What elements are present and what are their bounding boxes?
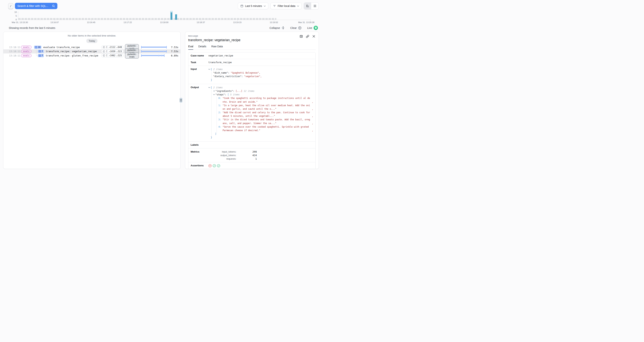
x-tick: 13:18:00: [160, 21, 168, 24]
timeline-plot[interactable]: 10 5 0: [18, 11, 310, 20]
input-label: Input: [191, 68, 208, 82]
list-view-button[interactable]: [311, 2, 318, 9]
duration-text: 6.89s: [167, 54, 178, 57]
assertions-row: Assertions: [188, 162, 316, 169]
link-icon[interactable]: [306, 35, 309, 38]
detail-tabs: Eval Details Raw Data: [188, 45, 316, 50]
panel-resize-handle[interactable]: [180, 98, 182, 103]
step-text: "Stir in the diced tomatoes and tomato p…: [222, 118, 310, 125]
json-key: "ingredients": [216, 90, 233, 92]
item-count: 2 items: [213, 68, 223, 70]
trace-time: 13:18:11: [9, 46, 18, 48]
tab-raw-data[interactable]: Raw Data: [211, 45, 223, 50]
clear-button[interactable]: Clear: [290, 26, 302, 30]
plus-square-icon: [39, 50, 41, 52]
time-range-dropdown[interactable]: Last 5 minutes: [238, 2, 268, 9]
duration-bar: [141, 46, 167, 48]
assertions-label: Assertions: [191, 164, 208, 168]
x-tick: 13:17:22: [124, 21, 132, 24]
assertion-pass-icon[interactable]: [217, 164, 220, 168]
chevron-down-icon[interactable]: [208, 68, 210, 70]
tree-view-button[interactable]: [304, 2, 311, 9]
step-item: 0: "Cook the spaghetti according to pack…: [208, 96, 313, 104]
chevron-right-icon[interactable]: [213, 90, 215, 92]
collapse-label: Collapse: [270, 26, 280, 30]
task-label: Task: [191, 61, 208, 64]
x-tick: 13:16:07: [50, 21, 59, 24]
records-timeline-chart[interactable]: 10 5 0 Mar 31. 13:15:30 13:16:07 13:16:4…: [0, 11, 322, 24]
metric-key: output_tokens:: [208, 154, 236, 157]
step-item: 2: "Add the diced carrot and celery to t…: [208, 111, 313, 118]
y-tick-0: 0: [16, 19, 17, 21]
close-icon[interactable]: [312, 35, 315, 38]
case-name-row: Case name vegetarian_recipe: [188, 52, 316, 59]
live-toggle[interactable]: Live: [307, 26, 318, 30]
collapsed-array[interactable]: [...]: [236, 90, 242, 92]
step-text: "Add the diced carrot and celery to the …: [222, 111, 310, 118]
timeline-bar-1[interactable]: [170, 12, 172, 20]
collapse-span-chip[interactable]: 16: [34, 46, 41, 49]
step-item: 4: "Serve the sauce over the cooked spag…: [208, 125, 313, 132]
json-key: "steps": [216, 93, 225, 96]
chevron-down-icon: [264, 6, 266, 7]
item-count: 12 items: [244, 90, 254, 92]
y-tick-5: 5: [16, 15, 17, 17]
filter-label: Filter local data: [278, 4, 295, 8]
step-item: 1: "In a large pan, heat the olive oil o…: [208, 104, 313, 111]
expand-span-chip[interactable]: 7: [38, 54, 44, 57]
plus-square-icon: [39, 54, 41, 57]
span-name: transform_recipe: gluten_free_recipe: [46, 54, 98, 57]
duration-text: 7.53s: [167, 50, 178, 53]
duration-bar: [141, 54, 167, 57]
duration-bar: [141, 50, 167, 52]
timeline-empty-buckets: [18, 18, 276, 20]
trace-row-evaluate-transform-recipe[interactable]: 13:18:11 evals 16 evaluate transform_rec…: [3, 45, 180, 49]
evals-tag-badge: evals: [21, 54, 32, 57]
evals-tag-badge: evals: [21, 46, 32, 49]
today-divider[interactable]: Today: [86, 39, 98, 43]
metric-value: 424: [236, 154, 257, 157]
span-name: transform_recipe: vegetarian_recipe: [46, 50, 97, 53]
timeline-bar-1-cap: [170, 11, 172, 12]
chevron-down-icon[interactable]: [208, 86, 210, 88]
x-tick: Mar 31. 13:15:30: [12, 21, 28, 24]
trace-rows: 13:18:11 evals 16 evaluate transform_rec…: [3, 45, 180, 58]
item-count: 5 items: [230, 93, 240, 96]
slash-shortcut-key: /: [8, 3, 13, 9]
trace-time: 13:18:11: [9, 50, 18, 53]
collapse-button[interactable]: Collapse: [270, 26, 284, 30]
clear-label: Clear: [290, 26, 297, 30]
trace-row-gluten-free-recipe[interactable]: 13:18:11 evals 7 transform_recipe: glute…: [3, 54, 180, 58]
assertion-fail-icon[interactable]: [208, 164, 212, 168]
search-input[interactable]: Search & filter with SQL...: [15, 3, 58, 9]
coin-icon: [103, 46, 105, 48]
sigma-icon: Σ: [106, 46, 108, 48]
timeline-bar-2[interactable]: [175, 14, 177, 20]
calendar-icon: [240, 4, 243, 8]
expand-span-chip[interactable]: 7: [38, 50, 44, 53]
tab-details[interactable]: Details: [198, 45, 206, 50]
assertion-pass-icon[interactable]: [212, 164, 216, 168]
labels-row: Labels: [188, 142, 316, 148]
json-value: "Spaghetti Bolognese": [231, 72, 259, 74]
step-text: "In a large pan, heat the olive oil over…: [222, 104, 310, 111]
x-tick: Mar 31. 13:20:30: [298, 21, 314, 24]
metric-key: requests:: [208, 158, 236, 160]
token-usage-chip: Σ ↗2112 ↙648: [101, 46, 124, 49]
view-mode-toggle: [304, 2, 319, 10]
filter-local-data-dropdown[interactable]: Filter local data: [270, 2, 302, 9]
json-key: "dish_name": [213, 72, 228, 74]
x-tick: 13:18:37: [196, 21, 205, 24]
task-row: Task transform_recipe: [188, 59, 316, 66]
sigma-icon: Σ: [106, 54, 108, 57]
step-text: "Serve the sauce over the cooked spaghet…: [222, 125, 310, 132]
trace-row-vegetarian-recipe[interactable]: 13:18:11 evals 7 transform_recipe: veget…: [3, 49, 180, 54]
chevron-down-icon[interactable]: [213, 94, 215, 95]
archive-icon[interactable]: [300, 35, 303, 38]
tab-eval[interactable]: Eval: [188, 45, 193, 50]
output-token-count: 323: [118, 50, 122, 53]
search-placeholder: Search & filter with SQL...: [17, 4, 52, 8]
coin-icon: [103, 54, 105, 57]
minus-square-icon: [35, 46, 37, 48]
scope-badge: pydantic-evals: [125, 52, 139, 58]
